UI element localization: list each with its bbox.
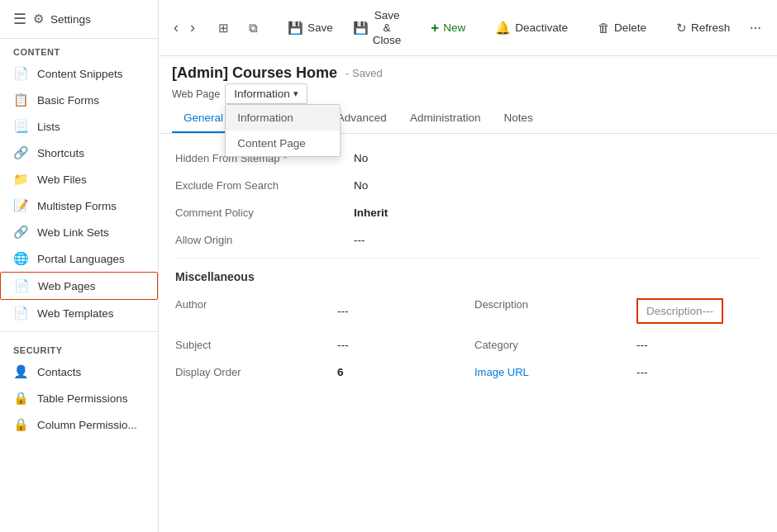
form-grid: Hidden From Sitemap * No Exclude From Se… — [175, 147, 760, 251]
description-value: Description --- — [636, 293, 760, 329]
delete-label: Delete — [614, 21, 646, 34]
delete-button[interactable]: 🗑 Delete — [589, 17, 655, 39]
misc-section-title: Miscellaneous — [175, 270, 760, 283]
tab-administration[interactable]: Administration — [398, 104, 493, 133]
sidebar-web-files-label: Web Files — [37, 173, 87, 186]
author-label: Author — [175, 293, 324, 329]
description-box[interactable]: Description --- — [636, 298, 723, 324]
sidebar-item-contacts[interactable]: 👤 Contacts — [0, 359, 158, 385]
multistep-forms-icon: 📝 — [13, 198, 29, 213]
section-divider — [175, 258, 760, 259]
new-icon: + — [431, 20, 439, 36]
table-permissions-icon: 🔒 — [13, 391, 29, 406]
sidebar-web-pages-label: Web Pages — [38, 280, 96, 292]
save-label: Save — [307, 21, 333, 34]
sidebar-item-web-link-sets[interactable]: 🔗 Web Link Sets — [0, 219, 158, 245]
detach-button[interactable]: ⊞ — [210, 17, 237, 40]
subject-value: --- — [337, 334, 461, 356]
more-button[interactable]: ⋯ — [741, 17, 770, 39]
detach-icon: ⊞ — [218, 21, 229, 36]
page-header: [Admin] Courses Home - Saved Web Page In… — [159, 56, 777, 104]
save-button[interactable]: 💾 Save — [279, 17, 341, 40]
sidebar: ☰ ⚙ Settings Content 📄 Content Snippets … — [0, 0, 159, 532]
sidebar-table-permissions-label: Table Permissions — [37, 392, 128, 405]
misc-section: Miscellaneous Author --- Description Des… — [175, 270, 760, 383]
forward-button[interactable]: › — [185, 16, 200, 40]
sidebar-section-security: Security 👤 Contacts 🔒 Table Permissions … — [0, 337, 158, 438]
sidebar-item-multistep-forms[interactable]: 📝 Multistep Forms — [0, 192, 158, 219]
save-close-label: Save & Close — [373, 9, 402, 46]
tab-dropdown-item-information[interactable]: Information — [226, 105, 340, 131]
main-panel: ‹ › ⊞ ⧉ 💾 Save 💾 Save & Close + New 🔔 De… — [159, 0, 777, 532]
sidebar-divider — [0, 331, 158, 332]
content-snippets-icon: 📄 — [13, 66, 29, 81]
tab-advanced-label: Advanced — [337, 112, 387, 124]
page-subtitle-prefix: Web Page — [172, 88, 220, 100]
open-in-new-button[interactable]: ⧉ — [241, 17, 266, 40]
new-button[interactable]: + New — [422, 16, 474, 40]
shortcuts-icon: 🔗 — [13, 145, 29, 160]
image-url-label: Image URL — [474, 361, 623, 383]
toolbar: ‹ › ⊞ ⧉ 💾 Save 💾 Save & Close + New 🔔 De… — [159, 0, 777, 56]
page-subtitle: Web Page Information ▾ Information Conte… — [172, 83, 764, 104]
tab-dropdown-button[interactable]: Information ▾ — [225, 83, 307, 104]
image-url-value: --- — [636, 361, 760, 383]
sidebar-item-web-pages[interactable]: 📄 Web Pages — [0, 272, 158, 300]
category-value: --- — [636, 334, 760, 356]
web-files-icon: 📁 — [13, 172, 29, 187]
deactivate-label: Deactivate — [515, 21, 568, 34]
refresh-button[interactable]: ↻ Refresh — [668, 17, 738, 40]
description-box-value: --- — [703, 305, 714, 317]
sidebar-web-link-sets-label: Web Link Sets — [37, 226, 109, 239]
tab-dropdown-container: Information ▾ Information Content Page — [225, 83, 307, 104]
sidebar-portal-languages-label: Portal Languages — [37, 253, 125, 265]
exclude-from-search-value: No — [354, 174, 461, 197]
sidebar-item-lists[interactable]: 📃 Lists — [0, 113, 158, 140]
web-link-sets-icon: 🔗 — [13, 225, 29, 240]
sidebar-content-snippets-label: Content Snippets — [37, 68, 123, 80]
save-close-button[interactable]: 💾 Save & Close — [345, 5, 410, 50]
sidebar-item-basic-forms[interactable]: 📋 Basic Forms — [0, 87, 158, 113]
sidebar-item-portal-languages[interactable]: 🌐 Portal Languages — [0, 245, 158, 272]
display-order-label: Display Order — [175, 361, 324, 383]
hidden-from-sitemap-value: No — [354, 147, 461, 169]
web-pages-icon: 📄 — [14, 278, 30, 293]
sidebar-lists-label: Lists — [37, 121, 60, 133]
tab-dropdown-menu: Information Content Page — [225, 104, 341, 157]
sidebar-item-table-permissions[interactable]: 🔒 Table Permissions — [0, 385, 158, 411]
author-value: --- — [337, 293, 461, 329]
page-title-text: [Admin] Courses Home — [172, 64, 337, 82]
sidebar-item-content-snippets[interactable]: 📄 Content Snippets — [0, 60, 158, 87]
sidebar-item-web-files[interactable]: 📁 Web Files — [0, 166, 158, 192]
tab-dropdown-item-content-page[interactable]: Content Page — [226, 131, 340, 156]
portal-languages-icon: 🌐 — [13, 251, 29, 266]
exclude-from-search-label: Exclude From Search — [175, 174, 341, 197]
sidebar-item-web-templates[interactable]: 📄 Web Templates — [0, 300, 158, 326]
contacts-icon: 👤 — [13, 364, 29, 379]
tab-administration-label: Administration — [410, 112, 481, 124]
web-templates-icon: 📄 — [13, 306, 29, 321]
sidebar-content-section-label: Content — [0, 39, 158, 60]
sidebar-section-content: Content 📄 Content Snippets 📋 Basic Forms… — [0, 39, 158, 326]
toolbar-nav: ‹ › — [169, 16, 200, 40]
new-label: New — [443, 21, 465, 34]
tab-dropdown-content-page-label: Content Page — [237, 137, 306, 150]
settings-label[interactable]: Settings — [50, 13, 91, 26]
content-area: Hidden From Sitemap * No Exclude From Se… — [159, 134, 777, 532]
tab-dropdown-selected: Information — [234, 88, 290, 100]
deactivate-button[interactable]: 🔔 Deactivate — [487, 17, 576, 40]
column-permissions-icon: 🔒 — [13, 417, 29, 432]
sidebar-item-column-permissions[interactable]: 🔒 Column Permissio... — [0, 411, 158, 438]
display-order-value: 6 — [337, 361, 461, 383]
deactivate-icon: 🔔 — [495, 21, 511, 36]
page-title: [Admin] Courses Home - Saved — [172, 64, 764, 82]
hamburger-icon[interactable]: ☰ — [13, 10, 26, 28]
sidebar-multistep-forms-label: Multistep Forms — [37, 200, 117, 212]
back-button[interactable]: ‹ — [169, 16, 184, 40]
tab-notes[interactable]: Notes — [492, 104, 544, 133]
lists-icon: 📃 — [13, 119, 29, 134]
sidebar-shortcuts-label: Shortcuts — [37, 147, 84, 159]
sidebar-column-permissions-label: Column Permissio... — [37, 419, 137, 431]
sidebar-item-shortcuts[interactable]: 🔗 Shortcuts — [0, 140, 158, 166]
tab-dropdown-information-label: Information — [237, 112, 293, 124]
